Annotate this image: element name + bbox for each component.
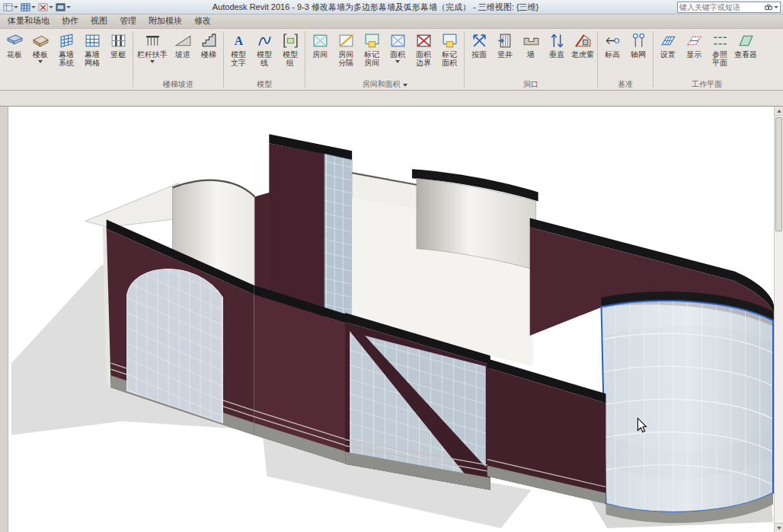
button-label: 显示 [686, 50, 702, 59]
btn-by-face[interactable]: 按面 [466, 30, 492, 59]
search-box[interactable] [677, 2, 781, 13]
btn-floor[interactable]: 楼板 [27, 30, 53, 63]
button-label: 垂直 [549, 50, 564, 59]
tab-view[interactable]: 视图 [85, 14, 113, 29]
panel-label-model: 模型 [224, 78, 305, 90]
tab-collaborate[interactable]: 协作 [56, 14, 85, 29]
search-dropdown-icon[interactable] [774, 6, 778, 8]
model-line-icon [256, 32, 273, 49]
dropdown-caret-icon [31, 6, 36, 8]
qat-schedule-icon[interactable] [21, 2, 36, 13]
button-label: 坡道 [175, 50, 190, 59]
btn-ref-plane[interactable]: 参照 平面 [707, 30, 733, 67]
tag-room-icon [363, 32, 381, 49]
3d-viewport[interactable] [8, 107, 774, 532]
curved-curtain-wall-selected[interactable] [601, 301, 773, 512]
panel-label-workplane: 工作平面 [654, 78, 760, 90]
qat-close-view-icon[interactable] [38, 2, 53, 13]
btn-wall-opening[interactable]: 墙 [518, 30, 544, 59]
button-label: 按面 [471, 50, 487, 59]
arrow-down-icon [777, 527, 781, 530]
btn-model-line[interactable]: 模型 线 [251, 30, 277, 67]
viewer-icon [737, 32, 755, 49]
panel-label-build [0, 78, 133, 90]
btn-curtain-grid[interactable]: 幕墙 网格 [79, 30, 105, 67]
level-icon [604, 32, 622, 49]
room-icon [312, 32, 329, 49]
panel-dropdown-icon [403, 84, 407, 87]
vertical-scrollbar[interactable] [774, 107, 783, 532]
tab-manage[interactable]: 管理 [113, 14, 142, 29]
ribbon: 花板 楼板 幕墙 系统 幕墙 网格 竖梃 [0, 29, 783, 91]
btn-railing[interactable]: 栏杆扶手 [135, 30, 170, 63]
panel-label-circulation: 楼梯坡道 [133, 78, 223, 90]
scrollbar-thumb[interactable] [775, 117, 782, 231]
btn-area-boundary[interactable]: 面积 边界 [411, 30, 436, 67]
search-input[interactable] [679, 3, 764, 11]
railing-icon [144, 32, 161, 49]
tab-modify[interactable]: 修改 [188, 14, 217, 29]
button-label: 楼梯 [201, 50, 216, 59]
button-label: 面积 边界 [416, 50, 431, 67]
drawing-area [0, 107, 783, 532]
ribbon-tab-row: 体量和场地 协作 视图 管理 附加模块 修改 [0, 14, 783, 29]
button-label: 栏杆扶手 [137, 50, 168, 59]
dropdown-caret-icon [38, 60, 43, 63]
btn-area[interactable]: 面积 [385, 30, 411, 63]
scroll-down-button[interactable] [775, 523, 783, 532]
btn-vertical-opening[interactable]: 垂直 [544, 30, 570, 59]
button-label: 老虎窗 [571, 50, 594, 59]
btn-model-text[interactable]: A 模型 文字 [225, 30, 251, 67]
button-label: 模型 文字 [231, 50, 246, 67]
grid-datum-icon [630, 32, 647, 49]
button-label: 模型 组 [283, 50, 298, 67]
panel-datum: 标高 轴网 基准 [598, 29, 653, 90]
button-label: 幕墙 系统 [59, 50, 74, 67]
area-icon [389, 32, 407, 49]
scroll-up-button[interactable] [775, 107, 783, 116]
btn-dormer[interactable]: 老虎窗 [570, 30, 596, 59]
btn-tag-room[interactable]: 标记 房间 [359, 30, 385, 67]
button-label: 模型 线 [257, 50, 272, 67]
btn-ceiling[interactable]: 花板 [2, 30, 27, 59]
tab-addins[interactable]: 附加模块 [142, 14, 188, 29]
panel-label-opening: 洞口 [465, 78, 597, 90]
button-label: 面积 [390, 50, 405, 59]
button-label: 墙 [527, 50, 535, 59]
panel-room-area: 房间 房间 分隔 标记 房间 面积 面积 边界 [305, 29, 464, 90]
btn-room-separator[interactable]: 房间 分隔 [333, 30, 359, 67]
dropdown-caret-icon [66, 6, 71, 8]
btn-show-workplane[interactable]: 显示 [681, 30, 707, 59]
btn-set-workplane[interactable]: 设置 [655, 30, 681, 59]
btn-tag-area[interactable]: 标记 面积 [436, 30, 462, 67]
dropdown-caret-icon [14, 6, 18, 8]
btn-mullion[interactable]: 竖梃 [105, 30, 131, 59]
ref-plane-icon [711, 32, 729, 49]
panel-build: 花板 楼板 幕墙 系统 幕墙 网格 竖梃 [0, 29, 133, 90]
qat-switch-windows-icon[interactable] [56, 2, 71, 13]
btn-viewer[interactable]: 查看器 [733, 30, 759, 59]
tag-area-icon [441, 32, 459, 49]
building-model [8, 107, 774, 532]
button-label: 竖井 [497, 50, 513, 59]
vertical-opening-icon [548, 32, 566, 49]
btn-model-group[interactable]: 模型 组 [277, 30, 303, 67]
btn-curtain-system[interactable]: 幕墙 系统 [53, 30, 79, 67]
area-boundary-icon [415, 32, 433, 49]
button-label: 标记 面积 [442, 50, 457, 67]
btn-room[interactable]: 房间 [307, 30, 333, 59]
button-label: 竖梃 [110, 50, 126, 59]
dropdown-caret-icon [150, 60, 155, 63]
arrow-up-icon [777, 110, 781, 113]
btn-level[interactable]: 标高 [599, 30, 625, 59]
btn-grid[interactable]: 轴网 [625, 30, 651, 59]
tab-massing-site[interactable]: 体量和场地 [2, 14, 56, 29]
btn-stair[interactable]: 楼梯 [196, 30, 222, 59]
qat-views-icon[interactable] [3, 2, 18, 13]
panel-model: A 模型 文字 模型 线 模型 组 模型 [224, 29, 305, 90]
btn-ramp[interactable]: 坡道 [170, 30, 196, 59]
panel-label-room-area[interactable]: 房间和面积 [305, 78, 464, 90]
options-bar [0, 91, 783, 107]
btn-shaft[interactable]: 竖井 [492, 30, 518, 59]
search-binoculars-icon[interactable] [764, 2, 773, 11]
